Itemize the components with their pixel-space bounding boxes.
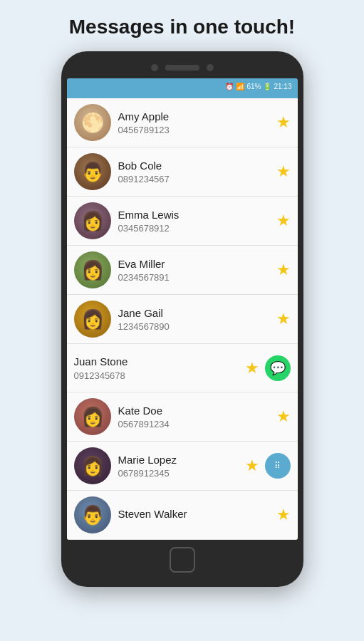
home-button[interactable] — [170, 547, 195, 573]
contact-item-juan[interactable]: Juan Stone 0912345678 ★ 💬 — [67, 344, 298, 392]
whatsapp-icon: 💬 — [270, 360, 286, 376]
contact-actions-amy: ★ — [276, 115, 291, 130]
contact-actions-juan: ★ 💬 — [245, 355, 291, 381]
contact-name-eva: Eva Miller — [118, 257, 276, 271]
contact-item-eva[interactable]: 👩 Eva Miller 0234567891 ★ — [67, 246, 298, 295]
status-bar: ⏰ 📶 61% 🔋 21:13 — [67, 78, 298, 94]
avatar-emma: 👩 — [74, 202, 111, 239]
contact-actions-emma: ★ — [276, 213, 291, 229]
contact-name-amy: Amy Apple — [118, 110, 276, 124]
contact-info-kate: Kate Doe 0567891234 — [118, 404, 276, 430]
star-marie[interactable]: ★ — [245, 458, 259, 474]
star-emma[interactable]: ★ — [276, 213, 291, 229]
contact-phone-eva: 0234567891 — [118, 272, 276, 283]
contact-actions-kate: ★ — [276, 409, 291, 424]
contact-info-juan: Juan Stone 0912345678 — [74, 355, 245, 381]
phone-top-bar — [67, 61, 298, 78]
contact-name-marie: Marie Lopez — [118, 453, 245, 467]
contact-phone-jane: 1234567890 — [118, 321, 276, 332]
battery-icon: 🔋 — [263, 83, 271, 90]
contact-actions-marie: ★ ⠿ — [245, 453, 291, 479]
contact-info-jane: Jane Gail 1234567890 — [118, 306, 276, 333]
avatar-amy: 🌕 — [74, 104, 111, 141]
avatar-eva: 👩 — [74, 251, 111, 288]
contact-info-eva: Eva Miller 0234567891 — [118, 257, 276, 283]
contact-item-marie[interactable]: 👩 Marie Lopez 0678912345 ★ ⠿ — [67, 442, 298, 491]
contact-list: 🌕 Amy Apple 0456789123 ★ 👨 Bob Cole 0891… — [67, 98, 298, 540]
contact-item-kate[interactable]: 👩 Kate Doe 0567891234 ★ — [67, 392, 298, 442]
contact-actions-eva: ★ — [276, 262, 291, 278]
contact-phone-juan: 0912345678 — [74, 370, 245, 381]
star-kate[interactable]: ★ — [276, 409, 291, 424]
avatar-kate: 👩 — [74, 398, 111, 435]
contact-name-bob: Bob Cole — [118, 159, 276, 173]
contact-name-kate: Kate Doe — [118, 404, 276, 418]
phone-bottom — [67, 546, 298, 574]
contact-actions-bob: ★ — [276, 164, 291, 179]
contact-phone-bob: 0891234567 — [118, 174, 276, 184]
time-text: 21:13 — [274, 83, 291, 90]
signal-icon: 📶 — [236, 83, 244, 90]
star-steven[interactable]: ★ — [276, 507, 291, 523]
contact-info-bob: Bob Cole 0891234567 — [118, 159, 276, 185]
fab-button[interactable]: ⠿ — [265, 453, 291, 479]
contact-name-jane: Jane Gail — [118, 306, 276, 320]
phone-device: ⏰ 📶 61% 🔋 21:13 🌕 Amy Apple 0456789123 ★ — [61, 51, 303, 587]
phone-screen: ⏰ 📶 61% 🔋 21:13 🌕 Amy Apple 0456789123 ★ — [67, 78, 298, 540]
contact-name-juan: Juan Stone — [74, 355, 245, 369]
contact-item-steven[interactable]: 👨 Steven Walker ★ — [67, 491, 298, 540]
alarm-icon: ⏰ — [225, 83, 234, 90]
contact-info-amy: Amy Apple 0456789123 — [118, 110, 276, 136]
star-amy[interactable]: ★ — [276, 115, 291, 130]
contact-item-bob[interactable]: 👨 Bob Cole 0891234567 ★ — [67, 147, 298, 197]
contact-info-emma: Emma Lewis 0345678912 — [118, 208, 276, 234]
avatar-marie: 👩 — [74, 447, 111, 484]
contact-info-steven: Steven Walker — [118, 507, 276, 523]
app-headline: Messages in one touch! — [48, 0, 316, 51]
contact-info-marie: Marie Lopez 0678912345 — [118, 453, 245, 479]
star-bob[interactable]: ★ — [276, 164, 291, 179]
contact-actions-steven: ★ — [276, 507, 291, 523]
contact-phone-amy: 0456789123 — [118, 125, 276, 135]
contact-item-jane[interactable]: 👩 Jane Gail 1234567890 ★ — [67, 295, 298, 344]
whatsapp-button-juan[interactable]: 💬 — [265, 355, 291, 381]
dots-icon: ⠿ — [274, 461, 281, 471]
contact-phone-kate: 0567891234 — [118, 419, 276, 429]
phone-camera2 — [207, 64, 214, 71]
star-juan[interactable]: ★ — [245, 360, 259, 376]
phone-camera — [151, 64, 158, 71]
contact-phone-marie: 0678912345 — [118, 468, 245, 479]
star-jane[interactable]: ★ — [276, 311, 291, 327]
star-eva[interactable]: ★ — [276, 262, 291, 278]
phone-speaker — [165, 65, 199, 71]
avatar-jane: 👩 — [74, 301, 111, 338]
battery-text: 61% — [246, 83, 261, 90]
contact-actions-jane: ★ — [276, 311, 291, 327]
status-icons: ⏰ 📶 61% 🔋 21:13 — [225, 83, 291, 90]
contact-name-steven: Steven Walker — [118, 507, 276, 521]
contact-item-emma[interactable]: 👩 Emma Lewis 0345678912 ★ — [67, 197, 298, 246]
avatar-steven: 👨 — [74, 496, 111, 533]
contact-name-emma: Emma Lewis — [118, 208, 276, 222]
avatar-bob: 👨 — [74, 153, 111, 190]
contact-item-amy[interactable]: 🌕 Amy Apple 0456789123 ★ — [67, 98, 298, 147]
contact-phone-emma: 0345678912 — [118, 223, 276, 234]
